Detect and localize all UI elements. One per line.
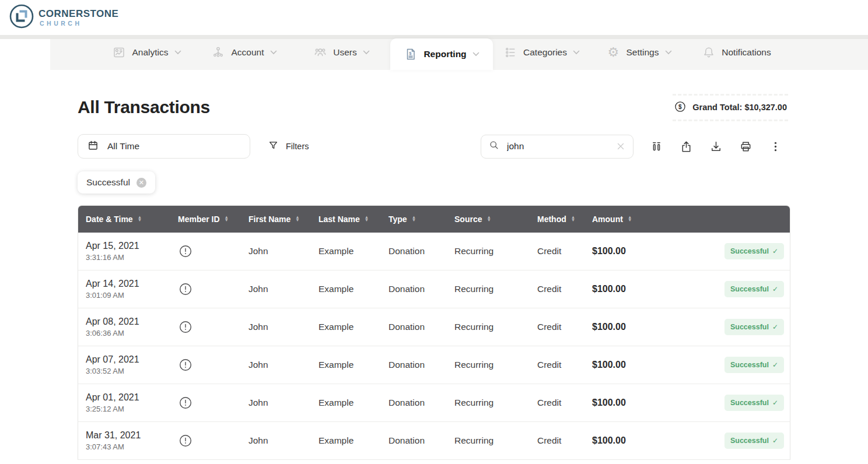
cell-source: Recurring [447, 398, 530, 408]
column-header-amount[interactable]: Amount ▲▼ [584, 206, 660, 233]
chevron-down-icon [174, 50, 181, 55]
cell-last-name: Example [311, 284, 381, 294]
download-icon[interactable] [701, 140, 731, 153]
print-icon[interactable] [731, 140, 761, 153]
cell-amount: $100.00 [584, 322, 660, 332]
brand-name: CORNERSTONE [38, 9, 118, 19]
chevron-down-icon [473, 52, 480, 57]
cell-source: Recurring [447, 360, 530, 370]
alert-circle-icon[interactable] [178, 395, 193, 410]
chevron-down-icon [573, 50, 580, 55]
cell-type: Donation [381, 360, 447, 370]
app-header: CORNERSTONE CHURCH [0, 0, 868, 35]
settings-icon: ⚙ [606, 45, 620, 59]
nav-item-reporting[interactable]: $ Reporting [390, 38, 493, 70]
transactions-table: Date & Time ▲▼ Member ID ▲▼ First Name ▲… [78, 205, 790, 460]
remove-chip-icon[interactable]: ✕ [136, 178, 146, 188]
chevron-down-icon [270, 50, 277, 55]
column-header-member-id[interactable]: Member ID ▲▼ [170, 206, 241, 233]
nav-label: Settings [626, 47, 659, 58]
cell-time: 3:25:12 AM [86, 405, 170, 413]
sort-icon: ▲▼ [628, 216, 632, 222]
cell-source: Recurring [447, 246, 530, 256]
cell-time: 3:03:52 AM [86, 367, 170, 375]
check-icon: ✓ [772, 323, 778, 331]
users-icon [313, 45, 327, 59]
main-nav: Analytics Account [0, 35, 868, 70]
cell-time: 3:07:43 AM [86, 442, 170, 451]
sort-icon: ▲▼ [571, 216, 575, 222]
cell-type: Donation [381, 435, 447, 446]
nav-item-analytics[interactable]: Analytics [98, 35, 195, 70]
filters-button[interactable]: Filters [268, 140, 309, 153]
cell-date: Apr 14, 2021 [86, 279, 170, 289]
column-header-method[interactable]: Method ▲▼ [530, 206, 584, 233]
sort-icon: ▲▼ [225, 216, 229, 222]
cell-time: 3:31:16 AM [86, 253, 170, 262]
funnel-icon [268, 140, 279, 153]
cell-type: Donation [381, 398, 447, 408]
cell-type: Donation [381, 322, 447, 332]
cell-last-name: Example [311, 322, 381, 332]
alert-circle-icon[interactable] [178, 357, 193, 372]
alert-circle-icon[interactable] [178, 319, 193, 335]
sort-icon: ▲▼ [138, 216, 142, 222]
cell-method: Credit [530, 284, 584, 294]
reporting-icon: $ [404, 47, 418, 61]
grand-total-label: Grand Total: $10,327.00 [692, 103, 787, 112]
status-badge: Successful✓ [724, 433, 784, 449]
nav-item-settings[interactable]: ⚙ Settings [590, 35, 688, 70]
filter-chip-label: Successful [86, 177, 130, 188]
nav-item-users[interactable]: Users [293, 35, 390, 70]
cell-first-name: John [241, 398, 311, 408]
column-header-date-time[interactable]: Date & Time ▲▼ [78, 206, 170, 233]
status-badge: Successful✓ [724, 243, 784, 259]
column-header-last-name[interactable]: Last Name ▲▼ [311, 206, 381, 233]
table-row: Mar 31, 20213:07:43 AM John Example Dona… [78, 422, 790, 460]
nav-item-categories[interactable]: Categories [493, 35, 590, 70]
cell-date: Apr 08, 2021 [86, 317, 170, 327]
brand-subname: CHURCH [38, 20, 118, 27]
kebab-menu-icon[interactable] [761, 140, 790, 153]
status-badge: Successful✓ [724, 357, 784, 373]
status-badge: Successful✓ [724, 281, 784, 297]
nav-item-account[interactable]: Account [195, 35, 293, 70]
alert-circle-icon[interactable] [178, 244, 193, 259]
nav-left-gap [0, 39, 50, 70]
cell-time: 3:06:36 AM [86, 329, 170, 338]
column-header-type[interactable]: Type ▲▼ [381, 206, 447, 233]
columns-icon[interactable] [642, 140, 671, 153]
check-icon: ✓ [772, 437, 778, 445]
alert-circle-icon[interactable] [178, 282, 193, 297]
column-header-source[interactable]: Source ▲▼ [447, 206, 530, 233]
notifications-icon [702, 45, 716, 59]
filter-chip-successful: Successful ✕ [78, 171, 155, 194]
cell-method: Credit [530, 360, 584, 370]
categories-icon [503, 45, 517, 59]
table-row: Apr 07, 20213:03:52 AM John Example Dona… [78, 346, 790, 384]
svg-text:$: $ [410, 51, 412, 56]
clear-search-icon[interactable] [615, 141, 626, 152]
svg-text:$: $ [678, 103, 682, 110]
cell-type: Donation [381, 284, 447, 294]
cell-method: Credit [530, 246, 584, 256]
column-header-first-name[interactable]: First Name ▲▼ [241, 206, 311, 233]
chevron-down-icon [665, 50, 672, 55]
alert-circle-icon[interactable] [178, 433, 193, 448]
cell-time: 3:01:09 AM [86, 291, 170, 300]
share-icon[interactable] [671, 140, 701, 153]
chevron-down-icon [363, 50, 370, 55]
date-range-selector[interactable]: All Time [78, 134, 250, 159]
nav-item-notifications[interactable]: Notifications [688, 35, 785, 70]
cell-date: Mar 31, 2021 [86, 430, 170, 441]
column-header-status [660, 206, 790, 233]
grand-total: $ Grand Total: $10,327.00 [670, 100, 790, 115]
check-icon: ✓ [772, 361, 778, 369]
cell-last-name: Example [311, 360, 381, 370]
nav-label: Analytics [132, 47, 168, 58]
status-badge: Successful✓ [724, 395, 784, 411]
nav-label: Account [231, 47, 264, 58]
search-input[interactable] [506, 140, 610, 152]
sort-icon: ▲▼ [295, 216, 299, 222]
check-icon: ✓ [772, 285, 778, 293]
